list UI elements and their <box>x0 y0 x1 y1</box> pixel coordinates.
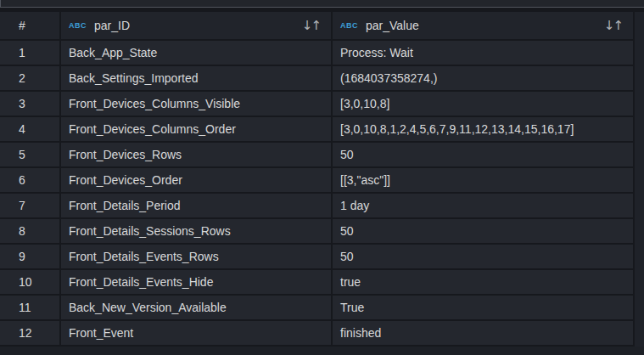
panel-footer-gap <box>0 347 644 355</box>
scroll-gutter <box>635 296 644 321</box>
table-row: 2Back_Settings_Imported(1684037358274,) <box>0 66 644 92</box>
row-index-cell: 10 <box>0 270 61 296</box>
scroll-gutter <box>635 168 644 194</box>
par-id-cell: Front_Details_Sessions_Rows <box>61 219 333 245</box>
par-value-cell: finished <box>333 321 635 347</box>
par-id-cell: Front_Devices_Order <box>61 168 333 194</box>
par-id-cell: Front_Details_Period <box>61 194 333 219</box>
par-id-cell: Front_Details_Events_Rows <box>61 245 333 270</box>
column-header-par-value[interactable]: ABC par_Value ↓↑ <box>333 12 635 41</box>
par-id-cell: Front_Event <box>61 321 333 347</box>
par-value-cell: [3,0,10,8,1,2,4,5,6,7,9,11,12,13,14,15,1… <box>333 117 635 143</box>
scroll-gutter <box>635 245 644 270</box>
row-index-cell: 5 <box>0 143 61 168</box>
row-index-cell: 3 <box>0 92 61 117</box>
par-id-cell: Front_Devices_Columns_Visible <box>61 92 333 117</box>
table-body: 1Back_App_StateProcess: Wait2Back_Settin… <box>0 41 644 347</box>
par-value-cell: 1 day <box>333 194 635 219</box>
par-value-cell: [[3,"asc"]] <box>333 168 635 194</box>
column-header-par-value-label: par_Value <box>366 19 419 32</box>
table-row: 11Back_New_Version_AvailableTrue <box>0 296 644 321</box>
string-type-icon: ABC <box>69 21 87 30</box>
scroll-gutter <box>635 219 644 245</box>
par-value-cell: true <box>333 270 635 296</box>
scroll-gutter <box>635 270 644 296</box>
table-row: 3Front_Devices_Columns_Visible[3,0,10,8] <box>0 92 644 117</box>
par-value-cell: 50 <box>333 219 635 245</box>
table-row: 12Front_Eventfinished <box>0 321 644 347</box>
par-id-cell: Front_Details_Events_Hide <box>61 270 333 296</box>
par-value-cell: 50 <box>333 143 635 168</box>
row-index-cell: 9 <box>0 245 61 270</box>
table-row: 8Front_Details_Sessions_Rows50 <box>0 219 644 245</box>
par-value-cell: Process: Wait <box>333 41 635 66</box>
row-index-cell: 8 <box>0 219 61 245</box>
table-row: 9Front_Details_Events_Rows50 <box>0 245 644 270</box>
scroll-gutter <box>635 143 644 168</box>
scroll-gutter <box>635 117 644 143</box>
row-index-cell: 7 <box>0 194 61 219</box>
sort-icon[interactable]: ↓↑ <box>604 18 633 33</box>
string-type-icon: ABC <box>340 21 358 30</box>
table-row: 5Front_Devices_Rows50 <box>0 143 644 168</box>
column-header-index-label: # <box>19 19 25 32</box>
row-index-cell: 4 <box>0 117 61 143</box>
scroll-gutter <box>635 66 644 92</box>
row-index-cell: 2 <box>0 66 61 92</box>
scroll-gutter <box>635 41 644 66</box>
scroll-gutter <box>635 12 644 41</box>
par-id-cell: Front_Devices_Rows <box>61 143 333 168</box>
par-value-cell: (1684037358274,) <box>333 66 635 92</box>
par-id-cell: Back_Settings_Imported <box>61 66 333 92</box>
column-header-par-id[interactable]: ABC par_ID ↓↑ <box>61 12 333 41</box>
par-value-cell: True <box>333 296 635 321</box>
row-index-cell: 12 <box>0 321 61 347</box>
sort-icon[interactable]: ↓↑ <box>302 18 331 33</box>
column-header-index[interactable]: # <box>0 12 61 41</box>
scroll-gutter <box>635 92 644 117</box>
par-value-cell: [3,0,10,8] <box>333 92 635 117</box>
row-index-cell: 6 <box>0 168 61 194</box>
table-row: 10Front_Details_Events_Hidetrue <box>0 270 644 296</box>
table-header: # ABC par_ID ↓↑ ABC par_Value ↓↑ <box>0 12 644 41</box>
table-row: 6Front_Devices_Order[[3,"asc"]] <box>0 168 644 194</box>
table-row: 1Back_App_StateProcess: Wait <box>0 41 644 66</box>
column-header-par-id-label: par_ID <box>94 19 130 32</box>
par-id-cell: Back_App_State <box>61 41 333 66</box>
scroll-gutter <box>635 194 644 219</box>
table-row: 7Front_Details_Period1 day <box>0 194 644 219</box>
panel-above-bottom-edge <box>0 0 644 8</box>
par-id-cell: Front_Devices_Columns_Order <box>61 117 333 143</box>
scroll-gutter <box>635 321 644 347</box>
par-id-cell: Back_New_Version_Available <box>61 296 333 321</box>
table-row: 4Front_Devices_Columns_Order[3,0,10,8,1,… <box>0 117 644 143</box>
row-index-cell: 11 <box>0 296 61 321</box>
par-value-cell: 50 <box>333 245 635 270</box>
row-index-cell: 1 <box>0 41 61 66</box>
